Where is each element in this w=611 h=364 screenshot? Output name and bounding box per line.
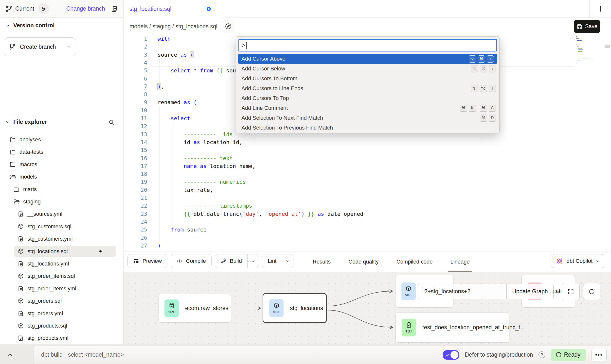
line-number: 4 (124, 59, 147, 67)
change-branch-link[interactable]: Change branch (66, 5, 105, 12)
lineage-canvas[interactable]: SRC ecom.raw_stores MDL stg_locations MD… (124, 272, 611, 344)
text-cursor (246, 42, 247, 49)
code-line: select * from {{ sou (158, 67, 236, 75)
create-branch-main[interactable]: Create branch (4, 38, 62, 56)
branch-lock-badge (38, 3, 49, 15)
update-graph-button[interactable]: Update Graph (506, 284, 553, 299)
file-row-macros[interactable]: macros (6, 159, 116, 170)
status-badge[interactable]: Ready (551, 349, 586, 361)
file-row-staging[interactable]: staging (10, 196, 116, 207)
tab-stg-locations-sql[interactable]: stg_locations.sql (124, 0, 222, 18)
tab-title: stg_locations.sql (129, 6, 171, 12)
file-explorer-header[interactable]: File explorer (5, 119, 119, 125)
lineage-node-model[interactable]: MDL stg_locations (263, 293, 327, 323)
lint-button-main[interactable]: Lint (262, 254, 282, 268)
palette-item-add-selection-to-next-find-match[interactable]: Add Selection To Next Find Match⌘D (236, 113, 499, 123)
navigate-button[interactable] (222, 20, 235, 33)
create-branch-dropdown[interactable] (62, 38, 76, 56)
tab-lineage[interactable]: Lineage (450, 251, 469, 272)
selector-input[interactable]: 2+stg_locations+2 (418, 284, 506, 299)
help-icon[interactable]: ? (539, 351, 545, 358)
dbt-copilot-button[interactable]: dbt Copilot (551, 254, 605, 268)
tab-results[interactable]: Results (313, 251, 331, 272)
code-line: ---------- ids (158, 131, 233, 138)
branch-strip: Current Change branch (0, 0, 123, 18)
copy-icon[interactable] (110, 5, 118, 13)
file-row-stg-orders-yml[interactable]: stg_orders.yml (14, 308, 116, 319)
lint-button[interactable]: Lint (262, 254, 293, 268)
minimap-line (576, 50, 604, 51)
file-row-stg-customers-yml[interactable]: stg_customers.yml (14, 233, 116, 244)
minimap[interactable] (576, 36, 604, 64)
palette-item-add-cursors-to-top[interactable]: Add Cursors To Top (236, 93, 499, 103)
palette-item-add-cursors-to-bottom[interactable]: Add Cursors To Bottom (236, 74, 499, 83)
file-label: stg_customers.sql (28, 223, 71, 230)
palette-item-add-line-comment[interactable]: Add Line Comment⌘K⌘C (236, 103, 499, 113)
cube-icon (405, 285, 412, 292)
file-label: stg_orders.yml (27, 310, 63, 317)
file-row--sources-yml[interactable]: __sources.yml (14, 209, 116, 219)
code-editor[interactable]: 1234567891011121314151617181920212223242… (124, 35, 611, 251)
build-button[interactable]: Build (215, 254, 259, 268)
minimap-line (576, 39, 604, 40)
file-icon (18, 261, 24, 267)
tab-code-quality[interactable]: Code quality (348, 251, 378, 272)
more-options-button[interactable]: ••• (591, 348, 607, 362)
new-tab-button[interactable] (589, 0, 611, 18)
preview-button[interactable]: Preview (127, 254, 167, 268)
minimap-slider[interactable] (605, 45, 610, 48)
branch-icon (9, 44, 16, 50)
palette-item-label: Add Selection To Previous Find Match (241, 125, 333, 131)
badge-label: SRC (168, 310, 176, 314)
file-row-stg-products-sql[interactable]: stg_products.sql (14, 320, 116, 331)
file-row-analyses[interactable]: analyses (6, 134, 116, 145)
version-control-header[interactable]: Version control (5, 22, 54, 29)
build-button-main[interactable]: Build (215, 254, 247, 268)
file-row-data-tests[interactable]: data-tests (6, 147, 116, 157)
line-number: 26 (124, 234, 147, 242)
palette-item-label: Add Cursors To Bottom (241, 75, 297, 82)
model-badge: MDL (401, 282, 416, 300)
file-row-stg-products-yml[interactable]: stg_products.yml (14, 333, 116, 344)
refresh-button[interactable] (583, 283, 600, 300)
preview-button-main[interactable]: Preview (128, 254, 167, 268)
palette-item-add-cursor-above[interactable]: Add Cursor Above⌥⌘↑ (238, 54, 497, 64)
file-row-marts[interactable]: marts (10, 184, 116, 195)
file-row-stg-order-items-yml[interactable]: stg_order_items.yml (14, 283, 116, 294)
lineage-node-source[interactable]: SRC ecom.raw_stores (158, 294, 231, 323)
file-row-stg-order-items-sql[interactable]: stg_order_items.sql (14, 271, 116, 281)
lint-dropdown[interactable] (282, 254, 293, 268)
defer-toggle[interactable] (443, 350, 459, 360)
compile-button[interactable]: Compile (171, 254, 212, 268)
lineage-node-test[interactable]: TST test_does_location_opened_at_trunc_t… (395, 312, 509, 343)
palette-item-add-selection-to-previous-find-match[interactable]: Add Selection To Previous Find Match (236, 123, 499, 133)
expand-command-bar-button[interactable] (4, 349, 15, 360)
create-branch-button[interactable]: Create branch (4, 37, 76, 56)
code-line: ---------- numerics (158, 178, 246, 186)
line-number: 16 (124, 154, 147, 162)
palette-item-add-cursor-below[interactable]: Add Cursor Below⌥⌘↓ (236, 64, 499, 74)
fullscreen-button[interactable] (562, 283, 580, 300)
file-row-stg-locations-yml[interactable]: stg_locations.yml (14, 258, 116, 269)
command-input[interactable]: dbt build --select <model_name> (41, 351, 124, 358)
tab-compiled-code[interactable]: Compiled code (396, 251, 433, 272)
minimap-line (576, 48, 604, 48)
save-button[interactable]: Save (574, 20, 600, 33)
badge-label: MDL (272, 310, 280, 314)
file-row-models[interactable]: models (6, 171, 116, 182)
file-row-stg-customers-sql[interactable]: stg_customers.sql (14, 221, 116, 232)
file-row-stg-locations-sql[interactable]: stg_locations.sql (14, 246, 116, 257)
compile-button-main[interactable]: Compile (171, 254, 211, 268)
toggle-knob (450, 351, 458, 359)
chevron-down-icon (67, 44, 72, 49)
graph-selector: 2+stg_locations+2 Update Graph (418, 284, 554, 299)
minimap-line (576, 59, 604, 59)
palette-item-add-cursors-to-line-ends[interactable]: Add Cursors to Line Ends⇧⌥I (236, 83, 499, 93)
status-controls: Defer to staging/production ? Ready ••• (443, 348, 607, 362)
build-dropdown[interactable] (247, 254, 259, 268)
file-row-stg-orders-sql[interactable]: stg_orders.sql (14, 296, 116, 306)
search-icon[interactable] (108, 119, 115, 125)
breadcrumb: models / staging / stg_locations.sql (129, 23, 217, 30)
line-number: 17 (124, 162, 147, 170)
command-palette-input[interactable]: > (238, 39, 497, 51)
